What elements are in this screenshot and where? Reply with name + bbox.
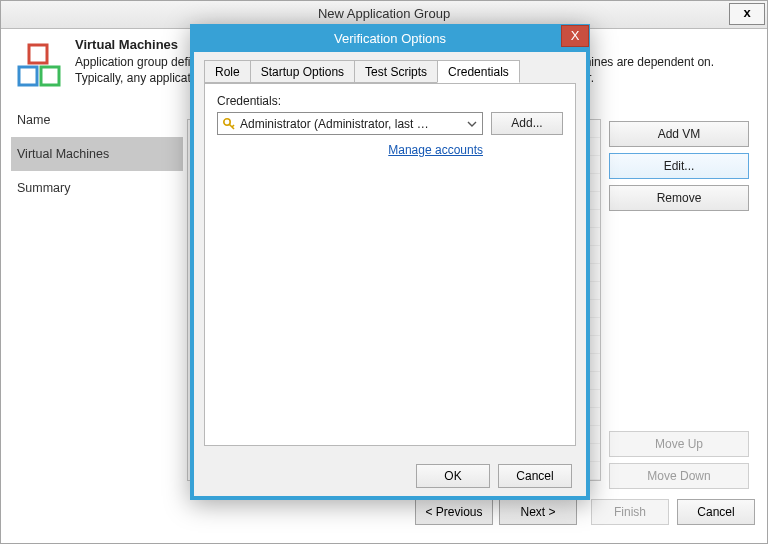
tab-role[interactable]: Role	[204, 60, 251, 83]
modal-title: Verification Options	[194, 31, 586, 46]
credentials-dropdown[interactable]: Administrator (Administrator, last edite…	[217, 112, 483, 135]
chevron-down-icon	[466, 118, 478, 130]
tab-panel-credentials: Credentials: Administrator (Administrato…	[204, 83, 576, 446]
add-vm-button[interactable]: Add VM	[609, 121, 749, 147]
move-down-button: Move Down	[609, 463, 749, 489]
wizard-button-row: < Previous Next > Finish Cancel	[1, 499, 767, 531]
next-button[interactable]: Next >	[499, 499, 577, 525]
svg-rect-1	[19, 67, 37, 85]
verification-options-dialog: Verification Options X Role Startup Opti…	[190, 24, 590, 500]
add-credentials-button[interactable]: Add...	[491, 112, 563, 135]
nav-item-name[interactable]: Name	[11, 103, 183, 137]
nav-item-virtual-machines[interactable]: Virtual Machines	[11, 137, 183, 171]
edit-button[interactable]: Edit...	[609, 153, 749, 179]
side-button-group-bottom: Move Up Move Down	[609, 431, 757, 495]
credentials-label: Credentials:	[217, 94, 563, 108]
key-icon	[222, 117, 236, 131]
modal-body: Role Startup Options Test Scripts Creden…	[194, 52, 586, 456]
svg-line-5	[232, 125, 234, 127]
tabstrip: Role Startup Options Test Scripts Creden…	[204, 60, 576, 84]
wizard-nav: Name Virtual Machines Summary	[11, 103, 183, 205]
move-up-button: Move Up	[609, 431, 749, 457]
wizard-cancel-button[interactable]: Cancel	[677, 499, 755, 525]
tab-test-scripts[interactable]: Test Scripts	[354, 60, 438, 83]
nav-item-summary[interactable]: Summary	[11, 171, 183, 205]
parent-title: New Application Group	[1, 6, 767, 21]
manage-accounts-link[interactable]: Manage accounts	[217, 143, 483, 157]
svg-rect-2	[41, 67, 59, 85]
vm-group-icon	[15, 41, 63, 89]
modal-close-button[interactable]: X	[561, 25, 589, 47]
finish-button: Finish	[591, 499, 669, 525]
remove-button[interactable]: Remove	[609, 185, 749, 211]
modal-cancel-button[interactable]: Cancel	[498, 464, 572, 488]
side-button-group: Add VM Edit... Remove	[609, 121, 757, 217]
modal-ok-button[interactable]: OK	[416, 464, 490, 488]
header-heading: Virtual Machines	[75, 37, 178, 52]
tab-startup-options[interactable]: Startup Options	[250, 60, 355, 83]
svg-rect-0	[29, 45, 47, 63]
previous-button[interactable]: < Previous	[415, 499, 493, 525]
modal-footer: OK Cancel	[194, 456, 586, 496]
credentials-selected-value: Administrator (Administrator, last edite…	[240, 117, 435, 131]
modal-titlebar[interactable]: Verification Options X	[194, 28, 586, 52]
parent-close-button[interactable]: x	[729, 3, 765, 25]
tab-credentials[interactable]: Credentials	[437, 60, 520, 83]
